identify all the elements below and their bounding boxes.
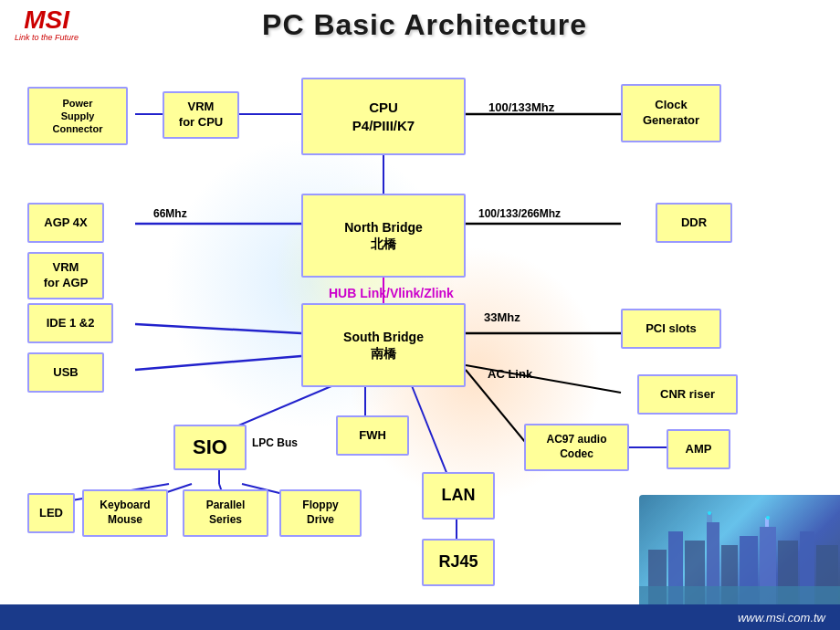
svg-line-13 bbox=[411, 383, 447, 475]
clock-generator-box: Clock Generator bbox=[621, 84, 721, 142]
svg-line-21 bbox=[466, 370, 530, 447]
fwh-box: FWH bbox=[336, 415, 409, 456]
label-mhz-66: 66Mhz bbox=[153, 207, 187, 220]
power-supply-box: Power Supply Connector bbox=[27, 87, 128, 145]
svg-line-7 bbox=[135, 324, 301, 333]
north-bridge-box: North Bridge 北橋 bbox=[301, 194, 466, 278]
keyboard-mouse-box: Keyboard Mouse bbox=[82, 489, 168, 537]
parallel-series-box: Parallel Series bbox=[183, 489, 268, 537]
msi-logo: MSI Link to the Future bbox=[15, 7, 79, 42]
label-lpc-bus: LPC Bus bbox=[252, 436, 298, 449]
vrm-cpu-box: VRM for CPU bbox=[163, 91, 239, 139]
label-mhz-100-133-cpu: 100/133Mhz bbox=[488, 100, 554, 114]
footer-url: www.msi.com.tw bbox=[738, 611, 825, 625]
pci-slots-box: PCI slots bbox=[621, 309, 721, 349]
lan-box: LAN bbox=[422, 472, 495, 520]
south-bridge-box: South Bridge 南橋 bbox=[301, 303, 466, 387]
agp4x-box: AGP 4X bbox=[27, 203, 104, 243]
sio-box: SIO bbox=[173, 425, 247, 470]
svg-line-8 bbox=[135, 356, 301, 370]
led-box: LED bbox=[27, 493, 75, 533]
header: MSI Link to the Future PC Basic Architec… bbox=[0, 0, 840, 42]
label-hub-link: HUB Link/Vlink/Zlink bbox=[329, 286, 454, 300]
rj45-box: RJ45 bbox=[422, 539, 495, 586]
decorative-cityscape bbox=[639, 495, 840, 604]
page-title: PC Basic Architecture bbox=[97, 8, 752, 42]
svg-rect-35 bbox=[639, 586, 840, 604]
cpu-box: CPU P4/PIII/K7 bbox=[301, 78, 466, 155]
diagram-area: Power Supply Connector VRM for CPU CPU P… bbox=[0, 64, 840, 604]
label-mhz-33: 33Mhz bbox=[484, 310, 520, 324]
logo-brand: MSI bbox=[24, 7, 69, 33]
usb-box: USB bbox=[27, 352, 104, 393]
ac97-box: AC97 audio Codec bbox=[524, 424, 629, 471]
label-mhz-100-133-266: 100/133/266Mhz bbox=[478, 207, 561, 220]
footer: www.msi.com.tw bbox=[0, 604, 840, 630]
logo-tagline: Link to the Future bbox=[15, 33, 79, 42]
floppy-drive-box: Floppy Drive bbox=[279, 489, 362, 537]
vrm-agp-box: VRM for AGP bbox=[27, 252, 104, 299]
amp-box: AMP bbox=[667, 429, 730, 469]
ddr-box: DDR bbox=[656, 203, 732, 243]
label-ac-link: AC Link bbox=[488, 367, 532, 381]
cnr-riser-box: CNR riser bbox=[637, 374, 738, 415]
svg-point-37 bbox=[766, 516, 770, 520]
svg-point-36 bbox=[708, 511, 711, 515]
ide-box: IDE 1 &2 bbox=[27, 303, 113, 343]
